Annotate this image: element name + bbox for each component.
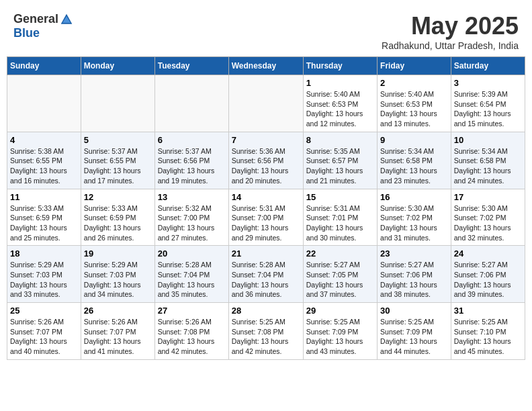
calendar-header-sunday: Sunday	[7, 57, 81, 75]
calendar-week-row: 4Sunrise: 5:38 AM Sunset: 6:55 PM Daylig…	[7, 132, 525, 189]
calendar-cell: 25Sunrise: 5:26 AM Sunset: 7:07 PM Dayli…	[7, 303, 81, 360]
day-content: Sunrise: 5:26 AM Sunset: 7:07 PM Dayligh…	[10, 317, 78, 357]
calendar-header-tuesday: Tuesday	[154, 57, 228, 75]
calendar-cell	[7, 75, 81, 132]
calendar-cell: 2Sunrise: 5:40 AM Sunset: 6:53 PM Daylig…	[378, 75, 451, 132]
day-content: Sunrise: 5:25 AM Sunset: 7:09 PM Dayligh…	[306, 317, 374, 357]
calendar-cell: 11Sunrise: 5:33 AM Sunset: 6:59 PM Dayli…	[7, 189, 81, 246]
day-number: 21	[232, 248, 300, 259]
day-number: 24	[454, 248, 522, 259]
day-number: 26	[84, 306, 152, 316]
day-content: Sunrise: 5:25 AM Sunset: 7:10 PM Dayligh…	[454, 317, 522, 357]
day-content: Sunrise: 5:34 AM Sunset: 6:58 PM Dayligh…	[380, 146, 448, 186]
title-area: May 2025 Radhakund, Uttar Pradesh, India	[382, 12, 519, 51]
day-content: Sunrise: 5:30 AM Sunset: 7:02 PM Dayligh…	[454, 203, 522, 243]
calendar-cell: 5Sunrise: 5:37 AM Sunset: 6:55 PM Daylig…	[81, 132, 154, 189]
calendar-cell: 4Sunrise: 5:38 AM Sunset: 6:55 PM Daylig…	[7, 132, 81, 189]
calendar-cell: 28Sunrise: 5:25 AM Sunset: 7:08 PM Dayli…	[228, 303, 303, 360]
calendar-week-row: 18Sunrise: 5:29 AM Sunset: 7:03 PM Dayli…	[7, 246, 525, 303]
calendar-cell: 1Sunrise: 5:40 AM Sunset: 6:53 PM Daylig…	[303, 75, 377, 132]
calendar-cell	[81, 75, 154, 132]
day-number: 31	[454, 306, 522, 316]
day-number: 4	[10, 135, 78, 145]
page-header: General Blue May 2025 Radhakund, Uttar P…	[7, 7, 525, 51]
calendar-table: SundayMondayTuesdayWednesdayThursdayFrid…	[7, 56, 525, 360]
day-content: Sunrise: 5:37 AM Sunset: 6:55 PM Dayligh…	[84, 146, 152, 186]
day-number: 5	[84, 135, 152, 145]
day-content: Sunrise: 5:35 AM Sunset: 6:57 PM Dayligh…	[306, 146, 374, 186]
calendar-header-friday: Friday	[378, 57, 451, 75]
calendar-cell: 24Sunrise: 5:27 AM Sunset: 7:06 PM Dayli…	[451, 246, 525, 303]
calendar-week-row: 11Sunrise: 5:33 AM Sunset: 6:59 PM Dayli…	[7, 189, 525, 246]
day-number: 29	[306, 306, 374, 316]
day-number: 2	[380, 78, 448, 88]
calendar-header-monday: Monday	[81, 57, 154, 75]
day-number: 9	[380, 135, 448, 145]
day-content: Sunrise: 5:29 AM Sunset: 7:03 PM Dayligh…	[84, 260, 152, 300]
day-content: Sunrise: 5:27 AM Sunset: 7:06 PM Dayligh…	[380, 260, 448, 300]
day-content: Sunrise: 5:29 AM Sunset: 7:03 PM Dayligh…	[10, 260, 78, 300]
day-number: 15	[306, 192, 374, 202]
calendar-cell: 12Sunrise: 5:33 AM Sunset: 6:59 PM Dayli…	[81, 189, 154, 246]
calendar-cell: 15Sunrise: 5:31 AM Sunset: 7:01 PM Dayli…	[303, 189, 377, 246]
day-number: 28	[232, 306, 300, 316]
calendar-cell: 19Sunrise: 5:29 AM Sunset: 7:03 PM Dayli…	[81, 246, 154, 303]
day-content: Sunrise: 5:30 AM Sunset: 7:02 PM Dayligh…	[380, 203, 448, 243]
day-number: 1	[306, 78, 374, 88]
logo-blue-text: Blue	[13, 26, 40, 40]
day-content: Sunrise: 5:26 AM Sunset: 7:08 PM Dayligh…	[158, 317, 226, 357]
day-number: 6	[158, 135, 226, 145]
logo-general-text: General	[13, 12, 58, 26]
calendar-cell	[228, 75, 303, 132]
day-content: Sunrise: 5:34 AM Sunset: 6:58 PM Dayligh…	[454, 146, 522, 186]
day-content: Sunrise: 5:25 AM Sunset: 7:08 PM Dayligh…	[232, 317, 300, 357]
calendar-cell: 14Sunrise: 5:31 AM Sunset: 7:00 PM Dayli…	[228, 189, 303, 246]
day-number: 20	[158, 248, 226, 259]
logo: General Blue	[13, 12, 73, 40]
calendar-cell: 13Sunrise: 5:32 AM Sunset: 7:00 PM Dayli…	[154, 189, 228, 246]
day-number: 11	[10, 192, 78, 202]
calendar-cell: 31Sunrise: 5:25 AM Sunset: 7:10 PM Dayli…	[451, 303, 525, 360]
calendar-cell: 6Sunrise: 5:37 AM Sunset: 6:56 PM Daylig…	[154, 132, 228, 189]
calendar-cell: 9Sunrise: 5:34 AM Sunset: 6:58 PM Daylig…	[378, 132, 451, 189]
calendar-header-saturday: Saturday	[451, 57, 525, 75]
day-number: 16	[380, 192, 448, 202]
day-content: Sunrise: 5:28 AM Sunset: 7:04 PM Dayligh…	[232, 260, 300, 300]
day-content: Sunrise: 5:28 AM Sunset: 7:04 PM Dayligh…	[158, 260, 226, 300]
day-content: Sunrise: 5:26 AM Sunset: 7:07 PM Dayligh…	[84, 317, 152, 357]
day-number: 23	[380, 248, 448, 259]
calendar-cell: 3Sunrise: 5:39 AM Sunset: 6:54 PM Daylig…	[451, 75, 525, 132]
calendar-cell: 10Sunrise: 5:34 AM Sunset: 6:58 PM Dayli…	[451, 132, 525, 189]
day-number: 13	[158, 192, 226, 202]
day-number: 30	[380, 306, 448, 316]
calendar-cell: 7Sunrise: 5:36 AM Sunset: 6:56 PM Daylig…	[228, 132, 303, 189]
calendar-cell: 29Sunrise: 5:25 AM Sunset: 7:09 PM Dayli…	[303, 303, 377, 360]
calendar-cell: 30Sunrise: 5:25 AM Sunset: 7:09 PM Dayli…	[378, 303, 451, 360]
day-content: Sunrise: 5:37 AM Sunset: 6:56 PM Dayligh…	[158, 146, 226, 186]
calendar-cell	[154, 75, 228, 132]
day-content: Sunrise: 5:33 AM Sunset: 6:59 PM Dayligh…	[84, 203, 152, 243]
calendar-week-row: 25Sunrise: 5:26 AM Sunset: 7:07 PM Dayli…	[7, 303, 525, 360]
day-content: Sunrise: 5:39 AM Sunset: 6:54 PM Dayligh…	[454, 89, 522, 129]
calendar-cell: 27Sunrise: 5:26 AM Sunset: 7:08 PM Dayli…	[154, 303, 228, 360]
day-number: 3	[454, 78, 522, 88]
calendar-header-row: SundayMondayTuesdayWednesdayThursdayFrid…	[7, 57, 525, 75]
day-number: 10	[454, 135, 522, 145]
day-content: Sunrise: 5:36 AM Sunset: 6:56 PM Dayligh…	[232, 146, 300, 186]
day-number: 17	[454, 192, 522, 202]
day-content: Sunrise: 5:27 AM Sunset: 7:06 PM Dayligh…	[454, 260, 522, 300]
calendar-cell: 16Sunrise: 5:30 AM Sunset: 7:02 PM Dayli…	[378, 189, 451, 246]
calendar-cell: 22Sunrise: 5:27 AM Sunset: 7:05 PM Dayli…	[303, 246, 377, 303]
calendar-cell: 18Sunrise: 5:29 AM Sunset: 7:03 PM Dayli…	[7, 246, 81, 303]
day-content: Sunrise: 5:31 AM Sunset: 7:01 PM Dayligh…	[306, 203, 374, 243]
day-number: 14	[232, 192, 300, 202]
day-content: Sunrise: 5:32 AM Sunset: 7:00 PM Dayligh…	[158, 203, 226, 243]
day-number: 22	[306, 248, 374, 259]
calendar-header-wednesday: Wednesday	[228, 57, 303, 75]
day-number: 27	[158, 306, 226, 316]
day-content: Sunrise: 5:27 AM Sunset: 7:05 PM Dayligh…	[306, 260, 374, 300]
calendar-cell: 17Sunrise: 5:30 AM Sunset: 7:02 PM Dayli…	[451, 189, 525, 246]
calendar-cell: 20Sunrise: 5:28 AM Sunset: 7:04 PM Dayli…	[154, 246, 228, 303]
calendar-header-thursday: Thursday	[303, 57, 377, 75]
location: Radhakund, Uttar Pradesh, India	[382, 40, 519, 51]
